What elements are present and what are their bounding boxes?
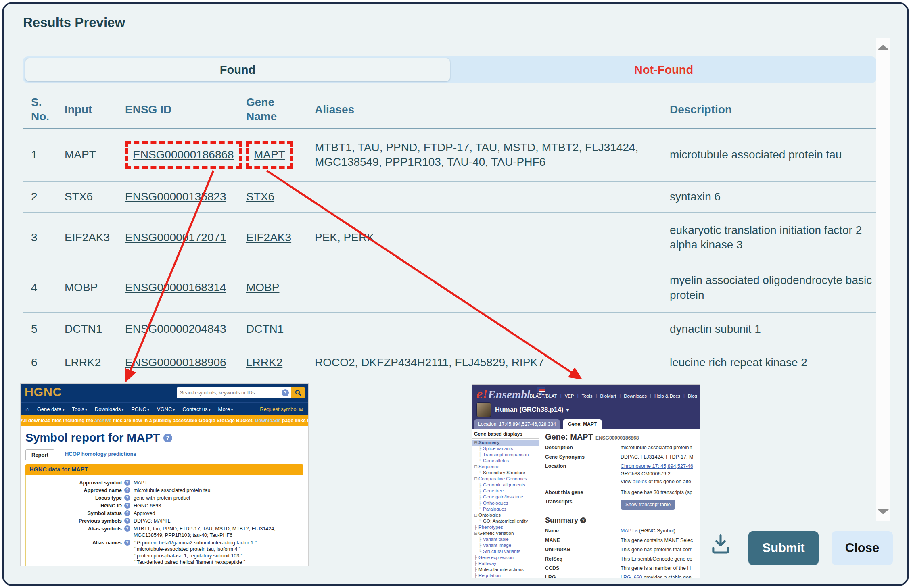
table-row: 5 DCTN1 ENSG00000204843 DCTN1 dynactin s…: [23, 313, 876, 346]
ensembl-tab-location: Location: 17:45,894,527-46,028,334: [474, 419, 560, 429]
gene-link[interactable]: MAPT: [254, 148, 285, 161]
ensg-link[interactable]: ENSG00000204843: [125, 323, 226, 335]
cell-input: STX6: [61, 181, 122, 212]
ensembl-sidebar: Gene-based displays ⊟Summary ├Splice var…: [472, 429, 539, 578]
hgnc-report-heading: Symbol report for MAPT?: [25, 431, 303, 444]
field-value: microtubule associated protein t: [621, 445, 692, 451]
tab-found[interactable]: Found: [25, 58, 450, 81]
ensembl-sidebar-item: ├Splice variants: [472, 446, 539, 452]
hgnc-header: HGNC ?: [21, 384, 308, 402]
tab-not-found[interactable]: Not-Found: [451, 56, 876, 83]
field-label: Description: [545, 445, 621, 451]
hgnc-nav-item: Tools: [72, 406, 87, 412]
field-value: This gene is a member of the H: [621, 565, 691, 571]
help-icon: ?: [124, 510, 130, 516]
tree-glyph: ├: [478, 446, 483, 452]
page-title: Results Preview: [23, 15, 125, 30]
tree-glyph: ├: [478, 543, 483, 548]
hgnc-field-label: Approved name: [26, 487, 122, 494]
envelope-icon: ✉: [299, 406, 303, 412]
help-icon: ?: [124, 518, 130, 524]
tree-glyph: ├: [478, 452, 483, 458]
gene-link[interactable]: STX6: [246, 190, 274, 203]
field-label: About this gene: [545, 490, 621, 496]
tree-glyph: ├: [478, 482, 483, 488]
ensembl-sidebar-item: ├Gene tree: [472, 488, 539, 494]
species-avatar: [476, 402, 491, 417]
table-header-row: S. No. Input ENSG ID Gene Name Aliases D…: [23, 91, 876, 128]
field-value: MAPT⧉ (HGNC Symbol): [621, 528, 675, 534]
cell-description: eukaryotic translation initiation factor…: [667, 212, 876, 263]
field-value: LRG_660 provides a stable gen: [621, 575, 692, 578]
hgnc-search-button: [291, 387, 305, 398]
cell-input: DCTN1: [61, 313, 122, 346]
field-label: Location: [545, 463, 621, 486]
gene-link[interactable]: MOBP: [246, 281, 279, 294]
hgnc-banner-downloads-link: Downloads: [255, 418, 281, 423]
hgnc-search: ?: [177, 387, 305, 398]
cell-aliases: [311, 263, 667, 313]
download-button[interactable]: [709, 532, 732, 555]
ensembl-gene-title: Gene: MAPT: [545, 432, 593, 441]
hgnc-field-label: Alias names: [26, 540, 122, 565]
ensg-link[interactable]: ENSG00000135823: [125, 190, 226, 203]
ensembl-sidebar-item: ├Pathway: [472, 561, 539, 567]
ensembl-sidebar-item: ├Variant table: [472, 536, 539, 542]
help-icon: ?: [580, 517, 586, 523]
ensembl-sidebar-item: ├Gene gain/loss tree: [472, 494, 539, 500]
cell-sno: 4: [23, 263, 61, 313]
col-header-aliases: Aliases: [311, 91, 667, 128]
hgnc-field-value: microtubule associated protein tau: [134, 487, 210, 494]
ensembl-sidebar-item: ⊟Summary: [472, 440, 539, 446]
screenshot-canvas: Results Preview Found Not-Found S. No. I…: [0, 0, 911, 588]
ensembl-tabs: Location: 17:45,894,527-46,028,334 Gene:…: [474, 419, 602, 429]
ensg-link[interactable]: ENSG00000168314: [125, 281, 226, 294]
table-row: 3 EIF2AK3 ENSG00000172071 EIF2AK3 PEK, P…: [23, 212, 876, 263]
vertical-scrollbar[interactable]: [876, 38, 890, 521]
scroll-down-icon[interactable]: [878, 509, 889, 514]
gene-link[interactable]: LRRK2: [246, 356, 282, 369]
field-label: Gene Synonyms: [545, 454, 621, 460]
hgnc-body: Symbol report for MAPT? Report HCOP homo…: [21, 426, 308, 566]
hgnc-navbar: ⌂ Gene data Tools Downloads PGNC VGNC Co…: [21, 402, 308, 415]
tree-glyph: ├: [478, 494, 483, 500]
ensembl-nav-item: VEP: [557, 394, 574, 398]
hgnc-tab-hcop: HCOP homology predictions: [65, 451, 136, 460]
table-row: 4 MOBP ENSG00000168314 MOBP myelin assoc…: [23, 263, 876, 313]
hgnc-nav-item: Downloads: [95, 406, 123, 412]
highlight-box-ensg: ENSG00000186868: [125, 141, 242, 169]
field-label: Name: [545, 528, 621, 534]
cell-input: MAPT: [61, 128, 122, 181]
tree-glyph: ├: [478, 537, 483, 542]
ensg-link[interactable]: ENSG00000186868: [133, 148, 234, 161]
hgnc-field-label: Alias symbols: [26, 525, 122, 538]
ensg-link[interactable]: ENSG00000188906: [125, 356, 226, 369]
help-icon: ?: [124, 487, 130, 493]
ensembl-tab-gene: Gene: MAPT: [563, 419, 602, 429]
hgnc-field-value: DDPAC; MAPTL: [134, 518, 170, 524]
help-icon: ?: [124, 503, 130, 509]
ensg-link[interactable]: ENSG00000172071: [125, 231, 226, 244]
cell-sno: 2: [23, 181, 61, 212]
cell-aliases: [311, 181, 667, 212]
cell-aliases: ROCO2, DKFZP434H2111, FLJ45829, RIPK7: [311, 346, 667, 379]
scroll-up-icon[interactable]: [878, 45, 889, 50]
chevron-down-icon: ▼: [566, 408, 570, 413]
hgnc-field-row: Approved symbol ? MAPT: [26, 480, 303, 486]
help-icon: ?: [124, 480, 130, 486]
close-button[interactable]: Close: [832, 531, 893, 565]
field-label: CCDS: [545, 565, 621, 571]
ensembl-nav-item: BioMart: [593, 394, 616, 398]
tree-glyph: ⊟: [474, 513, 478, 518]
field-value: This gene has proteins that corr: [621, 547, 692, 553]
gene-link[interactable]: EIF2AK3: [246, 231, 291, 244]
hgnc-nav-item: VGNC: [157, 406, 175, 412]
tree-glyph: ⊟: [474, 440, 478, 446]
field-value: Chromosome 17: 45,894,527-46 GRCh38:CM00…: [621, 463, 693, 486]
ensembl-screenshot-panel: e!Ensembl east BLAST/BLAT VEP Tools BioM…: [472, 384, 700, 578]
gene-link[interactable]: DCTN1: [246, 323, 284, 335]
hgnc-field-value: MTBT1; tau; PPND; FTDP-17; TAU; MSTD; MT…: [134, 525, 303, 538]
submit-button[interactable]: Submit: [748, 531, 819, 565]
tree-glyph: ├: [474, 525, 478, 530]
help-icon: ?: [124, 540, 130, 546]
